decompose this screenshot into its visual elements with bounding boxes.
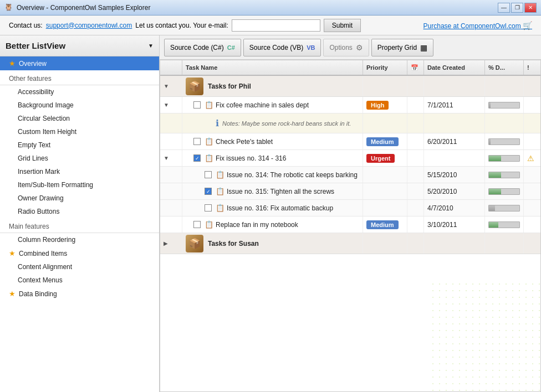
- expand-phil-icon[interactable]: ▼: [164, 83, 169, 89]
- sub314-name: 📋 Issue no. 314: The robotic cat keeps b…: [182, 167, 363, 183]
- sidebar-item-owner-drawing[interactable]: Owner Drawing: [0, 192, 159, 205]
- col-warning[interactable]: !: [524, 60, 540, 75]
- sub316-progress: [485, 200, 524, 216]
- sidebar-item-accessibility[interactable]: Accessibility: [0, 85, 159, 99]
- sidebar-item-data-binding[interactable]: ★ Data Binding: [0, 287, 159, 301]
- expand-task1-icon[interactable]: ▼: [164, 102, 169, 108]
- sub315-checkbox[interactable]: [205, 188, 212, 195]
- sub314-warn: [524, 167, 540, 183]
- task4-priority: Medium: [363, 216, 407, 233]
- sub-row-315[interactable]: 📋 Issue no. 315: Tighten all the screws …: [160, 183, 540, 200]
- sidebar-section-main: Main features: [0, 218, 159, 233]
- col-calendar[interactable]: 📅: [407, 60, 424, 75]
- sub315-name: 📋 Issue no. 315: Tighten all the screws: [182, 183, 363, 199]
- sub316-warn: [524, 200, 540, 216]
- sidebar-item-empty-text[interactable]: Empty Text: [0, 138, 159, 152]
- maximize-button[interactable]: ❐: [511, 3, 523, 13]
- sub315-date: 5/20/2010: [424, 183, 485, 199]
- minimize-button[interactable]: —: [498, 3, 510, 13]
- sidebar-item-grid-lines[interactable]: Grid Lines: [0, 152, 159, 165]
- task2-expand: [160, 133, 182, 149]
- group-row-susan[interactable]: ▶ 📦 Tasks for Susan: [160, 233, 540, 254]
- sidebar-item-circular-selection[interactable]: Circular Selection: [0, 112, 159, 125]
- col-priority[interactable]: Priority: [363, 60, 407, 75]
- group2-progress: [485, 233, 524, 254]
- sub-row-314[interactable]: 📋 Issue no. 314: The robotic cat keeps b…: [160, 167, 540, 183]
- sidebar-item-context-menus[interactable]: Context Menus: [0, 274, 159, 287]
- expand-task3-icon[interactable]: ▼: [164, 155, 169, 161]
- sub314-type-icon: 📋: [216, 171, 224, 179]
- sub316-expand: [160, 200, 182, 216]
- toolbar: Source Code (C#) C# Source Code (VB) VB …: [160, 35, 541, 60]
- source-vb-button[interactable]: Source Code (VB) VB: [243, 39, 321, 56]
- main-content: Better ListView ▼ ★ Overview Other featu…: [0, 35, 541, 392]
- task1-expand[interactable]: ▼: [160, 97, 182, 113]
- task1-warn: [524, 97, 540, 113]
- col-task-name[interactable]: Task Name: [182, 60, 363, 75]
- note-content: ℹ Notes: Maybe some rock-hard beans stuc…: [182, 114, 363, 133]
- source-csharp-button[interactable]: Source Code (C#) C#: [164, 39, 241, 56]
- sub-row-316[interactable]: 📋 Issue no. 316: Fix automatic backup 4/…: [160, 200, 540, 216]
- sidebar-item-custom-item-height[interactable]: Custom Item Height: [0, 125, 159, 138]
- task3-type-icon: 📋: [205, 154, 213, 162]
- task-row-1[interactable]: ▼ 📋 Fix cofee machine in sales dept High…: [160, 97, 540, 114]
- info-icon: ℹ: [216, 118, 219, 128]
- group-row-phil[interactable]: ▼ 📦 Tasks for Phil: [160, 76, 540, 97]
- task-row-4[interactable]: 📋 Replace fan in my notebook Medium 3/10…: [160, 216, 540, 233]
- sidebar-item-overview[interactable]: ★ Overview: [0, 56, 159, 70]
- close-button[interactable]: ✕: [524, 3, 537, 13]
- sub315-priority: [363, 183, 407, 199]
- note-pg: [485, 114, 524, 133]
- submit-button[interactable]: Submit: [324, 19, 361, 32]
- col-percent[interactable]: % D...: [485, 60, 524, 75]
- list-view[interactable]: Task Name Priority 📅 Date Created % D...…: [160, 60, 541, 392]
- source-csharp-label: Source Code (C#): [170, 44, 224, 51]
- task3-checkbox[interactable]: [193, 154, 201, 162]
- sidebar-item-combined-items[interactable]: ★ Combined Items: [0, 246, 159, 260]
- sub316-priority: [363, 200, 407, 216]
- sub314-checkbox[interactable]: [205, 171, 212, 178]
- task-row-3[interactable]: ▼ 📋 Fix issues no. 314 - 316 Urgent ⚠: [160, 150, 540, 167]
- task3-date: [424, 150, 485, 166]
- task2-warn: [524, 133, 540, 149]
- email-input[interactable]: [232, 19, 320, 32]
- expand-susan-icon[interactable]: ▶: [164, 240, 168, 246]
- group-phil-img: 📦: [186, 78, 203, 95]
- sidebar-item-insertion-mark[interactable]: Insertion Mark: [0, 165, 159, 178]
- purchase-link[interactable]: Purchase at ComponentOwl.com 🛒: [423, 21, 532, 30]
- task4-progress: [485, 216, 524, 233]
- task-row-2[interactable]: 📋 Check Pete's tablet Medium 6/20/2011: [160, 133, 540, 150]
- task4-checkbox[interactable]: [193, 221, 201, 228]
- sidebar-item-content-alignment[interactable]: Content Alignment: [0, 260, 159, 274]
- task4-warn: [524, 216, 540, 233]
- group-susan-expand[interactable]: ▶: [160, 233, 182, 254]
- task1-date: 7/1/2011: [424, 97, 485, 113]
- group-susan-img: 📦: [186, 235, 203, 252]
- priority-badge-urgent: Urgent: [366, 154, 395, 163]
- app-icon: 🦉: [4, 3, 13, 12]
- task3-expand[interactable]: ▼: [160, 150, 182, 166]
- group-expand-col[interactable]: ▼: [160, 76, 182, 96]
- property-grid-button[interactable]: Property Grid ▦: [371, 39, 433, 56]
- email-link[interactable]: support@componentowl.com: [46, 22, 132, 29]
- task3-warn: ⚠: [524, 150, 540, 166]
- sub316-type-icon: 📋: [216, 204, 224, 212]
- task2-checkbox[interactable]: [193, 138, 201, 145]
- sidebar-scroll[interactable]: ★ Overview Other features Accessibility …: [0, 56, 159, 392]
- sidebar-item-radio-buttons[interactable]: Radio Buttons: [0, 205, 159, 218]
- col-date-created[interactable]: Date Created: [424, 60, 485, 75]
- sub316-checkbox[interactable]: [205, 204, 212, 212]
- listview-dropdown[interactable]: Better ListView ▼: [0, 35, 159, 56]
- task3-cal: [407, 150, 424, 166]
- sidebar-item-item-formatting[interactable]: Item/Sub-Item Formatting: [0, 178, 159, 192]
- sub314-cal: [407, 167, 424, 183]
- sub314-progress: [485, 167, 524, 183]
- sidebar-item-background-image[interactable]: Background Image: [0, 99, 159, 112]
- group-priority-col: [363, 76, 407, 96]
- task1-type-icon: 📋: [205, 101, 213, 109]
- options-button[interactable]: Options ⚙: [323, 39, 369, 56]
- task1-checkbox[interactable]: [193, 101, 201, 109]
- sidebar-item-column-reordering[interactable]: Column Reordering: [0, 233, 159, 246]
- task1-cal: [407, 97, 424, 113]
- col-expand: [160, 60, 182, 75]
